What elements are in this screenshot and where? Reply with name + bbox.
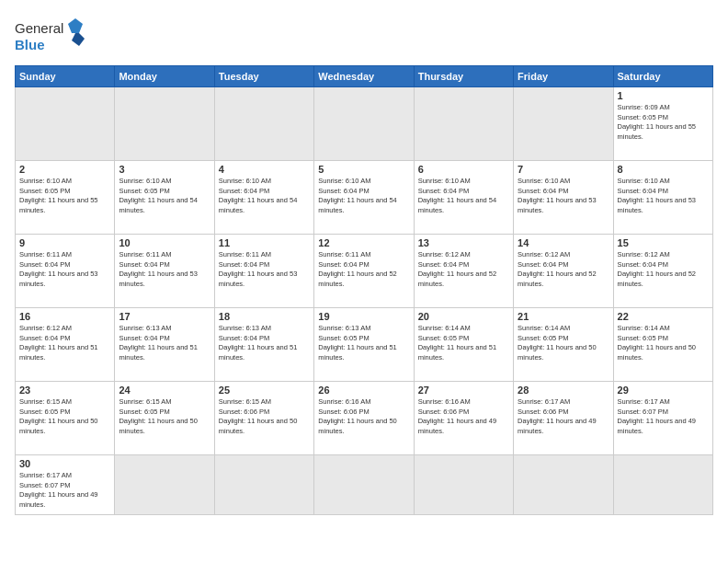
day-info: Sunrise: 6:16 AMSunset: 6:06 PMDaylight:…: [418, 397, 509, 436]
calendar-cell: 2Sunrise: 6:10 AMSunset: 6:05 PMDaylight…: [16, 161, 115, 235]
calendar-cell: 20Sunrise: 6:14 AMSunset: 6:05 PMDayligh…: [414, 308, 513, 382]
calendar-cell: 29Sunrise: 6:17 AMSunset: 6:07 PMDayligh…: [613, 382, 712, 455]
calendar-cell: 26Sunrise: 6:16 AMSunset: 6:06 PMDayligh…: [314, 382, 414, 455]
calendar-cell: 24Sunrise: 6:15 AMSunset: 6:05 PMDayligh…: [115, 382, 214, 455]
day-number: 13: [418, 237, 509, 248]
day-number: 22: [618, 311, 709, 322]
calendar-cell: 11Sunrise: 6:11 AMSunset: 6:04 PMDayligh…: [214, 235, 313, 308]
svg-text:General: General: [15, 20, 63, 36]
calendar-cell: [314, 87, 414, 161]
week-row-2: 9Sunrise: 6:11 AMSunset: 6:04 PMDaylight…: [16, 235, 713, 308]
calendar-cell: 8Sunrise: 6:10 AMSunset: 6:04 PMDaylight…: [613, 161, 712, 235]
day-info: Sunrise: 6:13 AMSunset: 6:04 PMDaylight:…: [119, 324, 210, 362]
calendar-cell: 10Sunrise: 6:11 AMSunset: 6:04 PMDayligh…: [115, 235, 214, 308]
day-number: 12: [318, 237, 409, 248]
day-number: 23: [19, 385, 110, 396]
day-header-tuesday: Tuesday: [214, 66, 313, 87]
day-info: Sunrise: 6:17 AMSunset: 6:07 PMDaylight:…: [618, 397, 709, 436]
logo: General Blue: [15, 15, 88, 56]
logo-svg: General Blue: [15, 15, 88, 56]
calendar-cell: 30Sunrise: 6:17 AMSunset: 6:07 PMDayligh…: [16, 455, 115, 515]
day-info: Sunrise: 6:15 AMSunset: 6:05 PMDaylight:…: [119, 397, 210, 436]
week-row-5: 30Sunrise: 6:17 AMSunset: 6:07 PMDayligh…: [16, 455, 713, 515]
calendar-cell: [214, 87, 313, 161]
day-header-friday: Friday: [514, 66, 613, 87]
day-number: 18: [219, 311, 310, 322]
calendar-cell: 7Sunrise: 6:10 AMSunset: 6:04 PMDaylight…: [514, 161, 613, 235]
calendar-cell: 4Sunrise: 6:10 AMSunset: 6:04 PMDaylight…: [214, 161, 313, 235]
calendar-cell: 5Sunrise: 6:10 AMSunset: 6:04 PMDaylight…: [314, 161, 414, 235]
day-info: Sunrise: 6:14 AMSunset: 6:05 PMDaylight:…: [418, 324, 509, 362]
day-info: Sunrise: 6:11 AMSunset: 6:04 PMDaylight:…: [119, 250, 210, 289]
day-number: 9: [19, 237, 110, 248]
day-number: 26: [318, 385, 409, 396]
calendar-cell: 19Sunrise: 6:13 AMSunset: 6:05 PMDayligh…: [314, 308, 414, 382]
calendar-cell: [514, 455, 613, 515]
day-info: Sunrise: 6:12 AMSunset: 6:04 PMDaylight:…: [618, 250, 709, 289]
calendar-cell: 28Sunrise: 6:17 AMSunset: 6:06 PMDayligh…: [514, 382, 613, 455]
day-number: 16: [19, 311, 110, 322]
week-row-0: 1Sunrise: 6:09 AMSunset: 6:05 PMDaylight…: [16, 87, 713, 161]
calendar-cell: [414, 455, 513, 515]
day-info: Sunrise: 6:16 AMSunset: 6:06 PMDaylight:…: [318, 397, 409, 436]
day-header-sunday: Sunday: [16, 66, 115, 87]
day-number: 10: [119, 237, 210, 248]
day-info: Sunrise: 6:10 AMSunset: 6:04 PMDaylight:…: [618, 177, 709, 215]
day-info: Sunrise: 6:17 AMSunset: 6:06 PMDaylight:…: [518, 397, 609, 436]
day-info: Sunrise: 6:11 AMSunset: 6:04 PMDaylight:…: [318, 250, 409, 289]
day-number: 17: [119, 311, 210, 322]
day-number: 2: [19, 164, 110, 175]
calendar-cell: [214, 455, 313, 515]
day-info: Sunrise: 6:11 AMSunset: 6:04 PMDaylight:…: [19, 250, 110, 289]
day-number: 4: [219, 164, 310, 175]
calendar-cell: 13Sunrise: 6:12 AMSunset: 6:04 PMDayligh…: [414, 235, 513, 308]
week-row-1: 2Sunrise: 6:10 AMSunset: 6:05 PMDaylight…: [16, 161, 713, 235]
day-info: Sunrise: 6:17 AMSunset: 6:07 PMDaylight:…: [19, 471, 110, 510]
day-info: Sunrise: 6:10 AMSunset: 6:05 PMDaylight:…: [19, 177, 110, 215]
day-number: 7: [518, 164, 609, 175]
day-number: 3: [119, 164, 210, 175]
calendar-cell: 27Sunrise: 6:16 AMSunset: 6:06 PMDayligh…: [414, 382, 513, 455]
calendar-cell: [514, 87, 613, 161]
day-info: Sunrise: 6:10 AMSunset: 6:05 PMDaylight:…: [119, 177, 210, 215]
calendar-cell: 3Sunrise: 6:10 AMSunset: 6:05 PMDaylight…: [115, 161, 214, 235]
calendar-cell: 9Sunrise: 6:11 AMSunset: 6:04 PMDaylight…: [16, 235, 115, 308]
svg-marker-3: [72, 33, 85, 46]
day-header-monday: Monday: [115, 66, 214, 87]
week-row-4: 23Sunrise: 6:15 AMSunset: 6:05 PMDayligh…: [16, 382, 713, 455]
calendar-cell: 21Sunrise: 6:14 AMSunset: 6:05 PMDayligh…: [514, 308, 613, 382]
day-info: Sunrise: 6:12 AMSunset: 6:04 PMDaylight:…: [19, 324, 110, 362]
day-number: 25: [219, 385, 310, 396]
day-number: 8: [618, 164, 709, 175]
day-number: 27: [418, 385, 509, 396]
day-info: Sunrise: 6:13 AMSunset: 6:04 PMDaylight:…: [219, 324, 310, 362]
calendar-cell: 14Sunrise: 6:12 AMSunset: 6:04 PMDayligh…: [514, 235, 613, 308]
day-info: Sunrise: 6:13 AMSunset: 6:05 PMDaylight:…: [318, 324, 409, 362]
day-info: Sunrise: 6:09 AMSunset: 6:05 PMDaylight:…: [618, 103, 709, 142]
calendar-cell: 6Sunrise: 6:10 AMSunset: 6:04 PMDaylight…: [414, 161, 513, 235]
day-number: 24: [119, 385, 210, 396]
day-number: 29: [618, 385, 709, 396]
calendar-cell: [314, 455, 414, 515]
calendar-cell: [414, 87, 513, 161]
day-info: Sunrise: 6:11 AMSunset: 6:04 PMDaylight:…: [219, 250, 310, 289]
day-header-saturday: Saturday: [613, 66, 712, 87]
calendar-cell: [613, 455, 712, 515]
day-header-thursday: Thursday: [414, 66, 513, 87]
svg-text:Blue: Blue: [15, 37, 45, 52]
header: General Blue: [15, 15, 713, 56]
svg-marker-2: [68, 18, 83, 33]
day-header-wednesday: Wednesday: [314, 66, 414, 87]
calendar-cell: 16Sunrise: 6:12 AMSunset: 6:04 PMDayligh…: [16, 308, 115, 382]
day-info: Sunrise: 6:10 AMSunset: 6:04 PMDaylight:…: [318, 177, 409, 215]
day-info: Sunrise: 6:12 AMSunset: 6:04 PMDaylight:…: [518, 250, 609, 289]
calendar: SundayMondayTuesdayWednesdayThursdayFrid…: [15, 65, 713, 515]
calendar-cell: 1Sunrise: 6:09 AMSunset: 6:05 PMDaylight…: [613, 87, 712, 161]
day-info: Sunrise: 6:10 AMSunset: 6:04 PMDaylight:…: [518, 177, 609, 215]
calendar-cell: 23Sunrise: 6:15 AMSunset: 6:05 PMDayligh…: [16, 382, 115, 455]
calendar-cell: 22Sunrise: 6:14 AMSunset: 6:05 PMDayligh…: [613, 308, 712, 382]
calendar-cell: 17Sunrise: 6:13 AMSunset: 6:04 PMDayligh…: [115, 308, 214, 382]
day-number: 21: [518, 311, 609, 322]
day-info: Sunrise: 6:14 AMSunset: 6:05 PMDaylight:…: [518, 324, 609, 362]
day-info: Sunrise: 6:15 AMSunset: 6:05 PMDaylight:…: [19, 397, 110, 436]
